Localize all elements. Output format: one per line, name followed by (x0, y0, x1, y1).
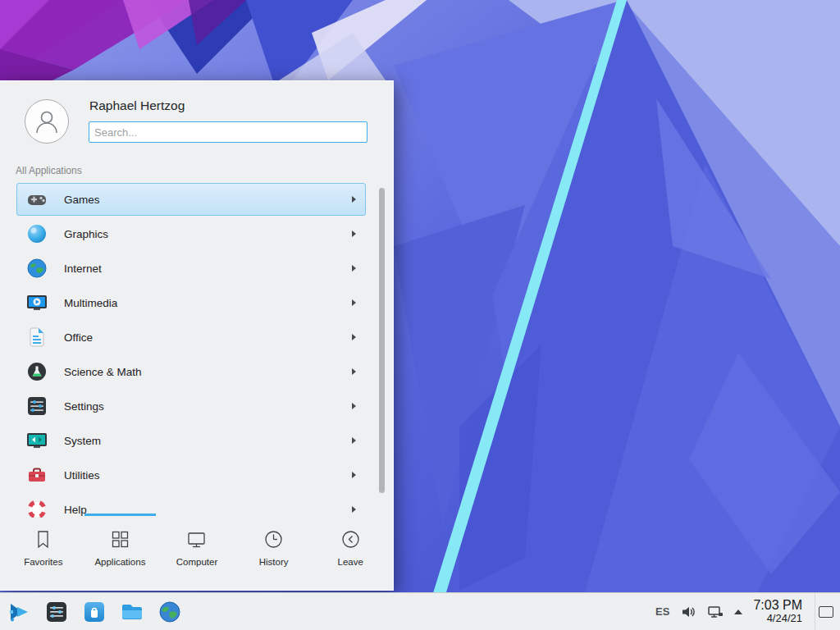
person-icon (30, 105, 63, 138)
tab-label: Computer (176, 557, 218, 567)
taskbar-launchers (0, 600, 182, 624)
chevron-right-icon (352, 265, 356, 272)
category-help[interactable]: Help (16, 493, 366, 518)
file-manager-folder-icon[interactable] (120, 600, 144, 624)
bookmark-icon (32, 528, 54, 550)
toolbox-icon (25, 463, 48, 486)
application-launcher-menu: Raphael Hertzog All Applications Games G… (0, 80, 394, 591)
flask-icon (25, 360, 48, 383)
grid-icon (109, 528, 131, 550)
category-settings[interactable]: Settings (16, 390, 366, 422)
category-science-math[interactable]: Science & Math (16, 355, 366, 388)
sliders-icon (25, 395, 48, 418)
chevron-right-icon (352, 231, 356, 237)
show-desktop-button[interactable] (815, 593, 837, 630)
category-games[interactable]: Games (16, 183, 366, 216)
search-input[interactable] (89, 121, 368, 143)
desktop-peek-icon (819, 606, 833, 618)
system-monitor-icon (25, 429, 48, 452)
tab-applications[interactable]: Applications (82, 516, 159, 590)
clock-time: 7:03 PM (753, 598, 802, 613)
chevron-right-icon (352, 403, 356, 409)
category-office[interactable]: Office (16, 321, 366, 354)
tab-history[interactable]: History (235, 516, 313, 590)
category-label: Office (64, 331, 93, 344)
user-avatar (25, 99, 69, 144)
category-graphics[interactable]: Graphics (16, 217, 366, 250)
category-utilities[interactable]: Utilities (16, 459, 366, 491)
category-label: Graphics (64, 228, 108, 240)
keyboard-layout-indicator[interactable]: ES (655, 605, 669, 618)
category-label: Internet (64, 262, 102, 275)
document-icon (25, 326, 48, 349)
tab-leave[interactable]: Leave (312, 516, 389, 590)
settings-sliders-icon[interactable] (44, 600, 69, 624)
category-scrollbar[interactable] (379, 185, 385, 514)
expand-tray-caret-icon[interactable] (734, 609, 742, 614)
monitor-icon (185, 528, 208, 550)
chevron-right-icon (352, 472, 356, 478)
tab-favorites[interactable]: Favorites (5, 516, 82, 590)
discover-icon[interactable] (82, 600, 107, 624)
clock-date: 4/24/21 (767, 613, 802, 625)
graphics-icon (25, 222, 48, 245)
chevron-right-icon (352, 368, 356, 375)
system-tray: ES 7:03 PM 4/24/21 (655, 593, 840, 630)
tab-label: Applications (94, 557, 145, 567)
category-label: Help (64, 504, 87, 516)
category-label: Settings (64, 400, 104, 413)
chevron-right-icon (352, 299, 356, 306)
chevron-right-icon (352, 506, 356, 513)
volume-icon[interactable] (680, 604, 696, 620)
category-label: Games (64, 194, 100, 206)
chevron-right-icon (352, 437, 356, 444)
section-label: All Applications (16, 165, 82, 176)
leave-icon (340, 528, 362, 550)
tab-label: Leave (338, 557, 363, 567)
category-label: Science & Math (64, 366, 142, 378)
tab-computer[interactable]: Computer (158, 516, 235, 590)
launcher-tabbar: Favorites Applications Computer History … (0, 516, 394, 590)
gamepad-icon (25, 188, 48, 211)
network-icon[interactable] (707, 604, 724, 620)
category-list: Games Graphics Internet Multimedia (16, 181, 366, 518)
category-label: System (64, 435, 101, 447)
multimedia-icon (25, 291, 48, 314)
category-system[interactable]: System (16, 424, 366, 457)
scrollbar-thumb[interactable] (379, 188, 385, 493)
web-browser-globe-icon[interactable] (158, 600, 182, 624)
kickoff-arrow-icon (7, 600, 31, 624)
chevron-right-icon (352, 334, 356, 340)
clock-icon (262, 528, 285, 550)
lifebuoy-icon (25, 498, 48, 518)
user-name: Raphael Hertzog (89, 98, 185, 113)
category-label: Utilities (64, 469, 100, 482)
category-internet[interactable]: Internet (16, 252, 366, 285)
category-multimedia[interactable]: Multimedia (16, 286, 366, 319)
tab-label: Favorites (24, 557, 62, 567)
category-label: Multimedia (64, 297, 117, 309)
clock[interactable]: 7:03 PM 4/24/21 (753, 598, 804, 625)
chevron-right-icon (352, 196, 356, 203)
globe-icon (25, 257, 48, 280)
taskbar: ES 7:03 PM 4/24/21 (0, 592, 840, 630)
tab-label: History (259, 557, 289, 567)
application-launcher-button[interactable] (7, 600, 31, 624)
